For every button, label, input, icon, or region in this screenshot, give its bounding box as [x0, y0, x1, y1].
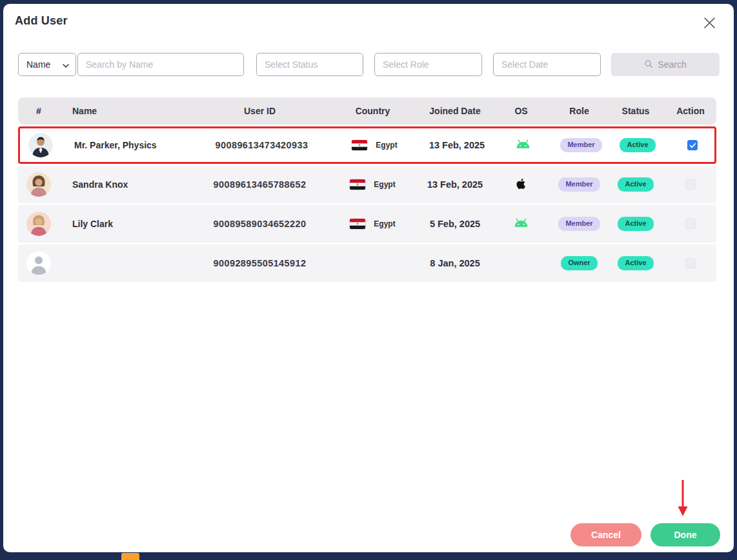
egypt-flag-icon [350, 219, 365, 229]
egypt-flag-icon [350, 179, 365, 190]
user-id: 90092895505145912 [194, 258, 326, 268]
status-badge: Active [620, 138, 655, 152]
android-icon [514, 218, 529, 230]
red-arrow-annotation [676, 478, 690, 519]
table-header-row: # Name User ID Country Joined Date OS Ro… [18, 97, 716, 125]
add-user-modal: Add User Name Search # Name Use [3, 4, 734, 552]
done-button[interactable]: Done [651, 523, 720, 546]
modal-title: Add User [15, 14, 68, 28]
row-checkbox[interactable] [687, 140, 698, 150]
row-checkbox[interactable] [685, 258, 696, 268]
header-status: Status [607, 106, 665, 116]
close-icon [703, 21, 716, 31]
table-row: Sandra Knox 90089613465788652 Egypt 13 F… [18, 166, 716, 203]
header-role: Role [552, 106, 607, 116]
header-name: Name [59, 106, 194, 116]
user-name: Mr. Parker, Physics [61, 140, 196, 150]
header-index: # [18, 106, 59, 116]
country-label: Egypt [376, 141, 397, 150]
country-label: Egypt [374, 180, 395, 189]
chevron-down-icon [63, 59, 69, 70]
status-badge: Active [618, 177, 653, 191]
modal-footer: Cancel Done [570, 523, 720, 546]
role-badge: Owner [561, 256, 597, 270]
user-id: 90089613473420933 [196, 140, 328, 150]
header-user-id: User ID [194, 106, 326, 116]
header-action: Action [665, 106, 716, 116]
table-row: Lily Clark 90089589034652220 Egypt 5 Feb… [18, 205, 716, 243]
header-country: Country [326, 106, 419, 116]
search-icon [644, 59, 653, 70]
avatar [26, 172, 51, 197]
filter-bar: Name Search [18, 53, 734, 76]
table-row: Mr. Parker, Physics 90089613473420933 Eg… [18, 126, 716, 164]
country-label: Egypt [374, 219, 395, 228]
field-select[interactable]: Name [18, 53, 76, 76]
users-table: # Name User ID Country Joined Date OS Ro… [18, 97, 716, 282]
field-select-value: Name [26, 59, 50, 70]
joined-date: 8 Jan, 2025 [419, 258, 490, 268]
select-status-input[interactable] [256, 53, 363, 76]
role-badge: Member [560, 138, 601, 152]
close-button[interactable] [701, 14, 718, 32]
search-button[interactable]: Search [611, 53, 720, 76]
search-name-input[interactable] [77, 53, 244, 76]
user-id: 90089613465788652 [194, 179, 326, 190]
row-checkbox[interactable] [685, 179, 696, 190]
user-name: Lily Clark [59, 219, 194, 229]
status-badge: Active [618, 256, 653, 270]
row-checkbox[interactable] [685, 219, 696, 229]
user-id: 90089589034652220 [194, 219, 326, 229]
header-os: OS [490, 106, 552, 116]
apple-icon [515, 177, 527, 193]
status-badge: Active [618, 217, 653, 230]
modal-header: Add User [3, 4, 734, 32]
role-badge: Member [558, 217, 600, 230]
egypt-flag-icon [352, 140, 367, 150]
joined-date: 13 Feb, 2025 [421, 140, 492, 150]
avatar [28, 133, 53, 157]
android-icon [516, 139, 530, 151]
avatar-placeholder [26, 251, 51, 275]
cancel-button[interactable]: Cancel [570, 523, 641, 546]
avatar [26, 212, 51, 236]
joined-date: 13 Feb, 2025 [419, 179, 490, 190]
user-name: Sandra Knox [59, 179, 194, 190]
joined-date: 5 Feb, 2025 [419, 219, 490, 229]
background-page-accent [121, 553, 139, 560]
select-date-input[interactable] [493, 53, 601, 76]
search-button-label: Search [658, 59, 686, 70]
select-role-input[interactable] [374, 53, 482, 76]
table-row: 90092895505145912 8 Jan, 2025 Owner Acti… [18, 245, 716, 282]
role-badge: Member [558, 177, 600, 191]
header-joined-date: Joined Date [419, 106, 490, 116]
